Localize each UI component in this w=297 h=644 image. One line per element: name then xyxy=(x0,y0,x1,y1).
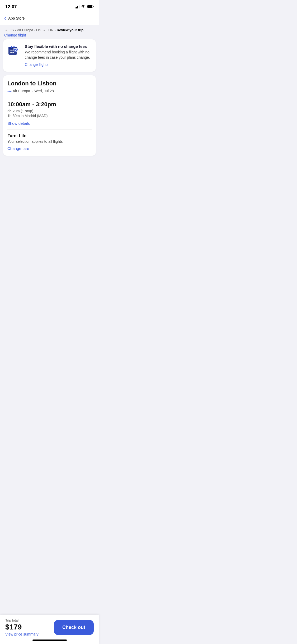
status-icons xyxy=(75,5,94,9)
back-button[interactable]: ‹ xyxy=(4,14,8,23)
divider-1 xyxy=(7,97,92,97)
flight-time-range: 10:00am - 3:20pm xyxy=(7,101,92,108)
nav-bar: ‹ App Store xyxy=(0,12,99,25)
breadcrumb-step1: → LIS xyxy=(4,28,14,32)
breadcrumb-section: → LIS › Air Europa · LIS → LON › Review … xyxy=(0,25,99,39)
signal-icon xyxy=(75,5,79,8)
flex-content: Stay flexible with no change fees We rec… xyxy=(25,44,92,67)
flight-duration: 5h 20m (1 stop) xyxy=(7,109,92,113)
change-flight-link[interactable]: Change flight xyxy=(4,33,95,37)
app-store-label: App Store xyxy=(8,16,25,20)
change-flights-link[interactable]: Change flights xyxy=(25,62,49,67)
divider-2 xyxy=(7,130,92,130)
flex-banner-desc: We recommend booking a flight with no ch… xyxy=(25,50,92,60)
status-time: 12:07 xyxy=(5,4,17,10)
flex-banner-card: Stay flexible with no change fees We rec… xyxy=(3,39,96,72)
breadcrumb-sep2: › xyxy=(55,28,56,32)
flight-date: Wed, Jul 28 xyxy=(34,89,54,93)
airline-name: Air Europa xyxy=(13,89,30,93)
airline-row: 𝒶ℯ Air Europa · Wed, Jul 28 xyxy=(7,89,92,93)
flight-card: London to Lisbon 𝒶ℯ Air Europa · Wed, Ju… xyxy=(3,75,96,156)
change-fare-link[interactable]: Change fare xyxy=(7,146,29,151)
breadcrumb: → LIS › Air Europa · LIS → LON › Review … xyxy=(4,28,95,32)
battery-icon xyxy=(87,5,94,9)
fare-label: Fare: Lite xyxy=(7,134,92,138)
svg-rect-1 xyxy=(87,5,92,8)
breadcrumb-sep1: › xyxy=(15,28,16,32)
svg-rect-10 xyxy=(13,46,15,48)
wifi-icon xyxy=(81,5,85,9)
breadcrumb-step2: Air Europa · LIS → LON xyxy=(17,28,54,32)
flight-stop: 1h 30m in Madrid (MAD) xyxy=(7,114,92,118)
airline-logo: 𝒶ℯ xyxy=(7,89,11,93)
show-details-link[interactable]: Show details xyxy=(7,121,30,126)
flight-date-sep: · xyxy=(32,89,33,93)
fare-desc: Your selection applies to all flights xyxy=(7,139,92,144)
flex-icon xyxy=(7,44,21,58)
flight-route: London to Lisbon xyxy=(7,80,92,87)
flex-banner-title: Stay flexible with no change fees xyxy=(25,44,92,49)
svg-rect-9 xyxy=(11,46,12,48)
breadcrumb-step3: Review your trip xyxy=(57,28,83,32)
status-bar: 12:07 xyxy=(0,0,99,12)
